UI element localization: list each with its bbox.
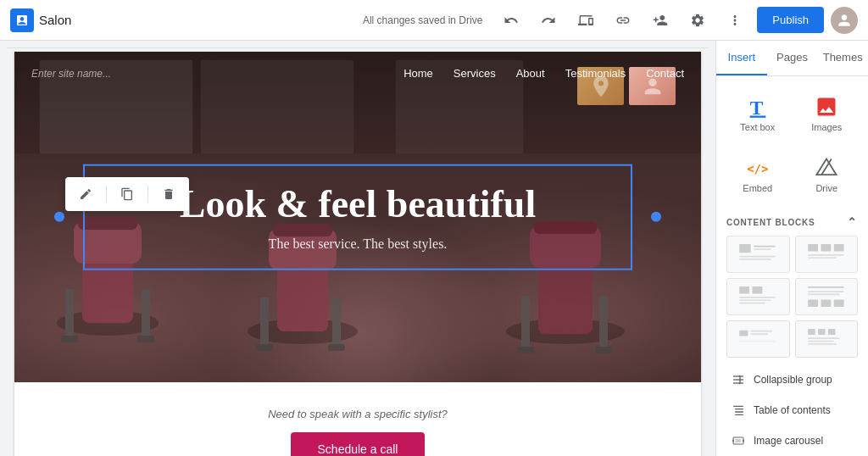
resize-handle-right[interactable] xyxy=(651,212,661,222)
svg-rect-93 xyxy=(733,406,743,407)
svg-rect-94 xyxy=(735,409,743,409)
below-hero-section: Need to speak with a specific stylist? S… xyxy=(14,382,701,456)
tab-pages[interactable]: Pages xyxy=(767,41,818,75)
svg-rect-54 xyxy=(754,246,776,247)
svg-rect-55 xyxy=(754,248,771,250)
svg-rect-72 xyxy=(808,291,844,292)
svg-line-51 xyxy=(821,159,832,175)
nav-about[interactable]: About xyxy=(516,67,545,80)
block-thumb-4[interactable] xyxy=(795,278,859,315)
tab-themes[interactable]: Themes xyxy=(817,41,868,75)
insert-images[interactable]: Images xyxy=(796,86,859,141)
svg-rect-85 xyxy=(827,329,835,335)
svg-rect-25 xyxy=(137,336,154,342)
block-thumb-5[interactable] xyxy=(726,320,790,358)
edit-button[interactable] xyxy=(74,182,97,206)
collapsible-group-label: Collapsible group xyxy=(754,374,832,386)
table-of-contents-label: Table of contents xyxy=(754,404,831,416)
svg-rect-22 xyxy=(65,289,74,340)
link-button[interactable] xyxy=(608,5,638,36)
svg-rect-80 xyxy=(751,333,768,335)
svg-rect-30 xyxy=(260,298,269,348)
duplicate-button[interactable] xyxy=(115,182,139,206)
drive-label: Drive xyxy=(815,183,837,193)
site-preview: Enter site name... Home Services About T… xyxy=(14,52,701,456)
app-title: Salon xyxy=(39,13,71,27)
svg-rect-56 xyxy=(739,256,776,258)
drive-icon xyxy=(815,156,838,180)
svg-rect-53 xyxy=(739,244,751,253)
chevron-up-icon[interactable]: ⌃ xyxy=(847,215,858,229)
insert-embed[interactable]: </> Embed xyxy=(726,147,789,202)
collapsible-group-item[interactable]: Collapsible group xyxy=(726,364,858,395)
nav-contact[interactable]: Contact xyxy=(646,67,684,80)
avatar[interactable] xyxy=(831,7,858,34)
svg-rect-0 xyxy=(7,47,709,48)
svg-rect-38 xyxy=(521,296,530,351)
svg-rect-27 xyxy=(277,264,328,331)
svg-rect-59 xyxy=(808,244,818,252)
svg-text:</>: </> xyxy=(747,162,768,175)
images-label: Images xyxy=(811,122,842,132)
svg-rect-23 xyxy=(142,289,150,340)
svg-rect-87 xyxy=(808,341,834,342)
svg-rect-57 xyxy=(739,259,771,260)
svg-rect-95 xyxy=(735,411,743,412)
svg-rect-79 xyxy=(751,331,773,332)
svg-rect-78 xyxy=(739,331,748,336)
svg-rect-67 xyxy=(739,297,776,298)
svg-rect-98 xyxy=(736,439,742,442)
table-of-contents-icon xyxy=(730,402,747,419)
svg-rect-62 xyxy=(808,254,844,256)
publish-button[interactable]: Publish xyxy=(757,7,824,33)
resize-handle-left[interactable] xyxy=(54,212,64,222)
svg-rect-63 xyxy=(808,257,837,259)
image-carousel-item[interactable]: Image carousel xyxy=(726,425,858,456)
insert-drive[interactable]: Drive xyxy=(796,147,859,202)
svg-text:T: T xyxy=(749,97,763,119)
undo-button[interactable] xyxy=(496,5,526,36)
block-thumb-6[interactable] xyxy=(795,320,859,358)
svg-rect-68 xyxy=(739,299,771,301)
svg-rect-76 xyxy=(833,299,843,307)
toolbar-divider-2 xyxy=(147,186,148,203)
svg-rect-81 xyxy=(739,341,776,342)
right-panel: Insert Pages Themes T xyxy=(715,41,868,456)
block-thumb-2[interactable] xyxy=(795,236,859,273)
nav-home[interactable]: Home xyxy=(403,67,433,80)
svg-rect-71 xyxy=(808,286,844,288)
site-name-placeholder[interactable]: Enter site name... xyxy=(31,68,111,80)
images-icon xyxy=(815,95,838,119)
svg-rect-96 xyxy=(735,414,743,415)
content-blocks-title: CONTENT BLOCKS ⌃ xyxy=(726,215,858,229)
svg-rect-77 xyxy=(737,326,778,353)
image-carousel-label: Image carousel xyxy=(754,435,823,447)
nav-testimonials[interactable]: Testimonials xyxy=(565,67,626,80)
more-button[interactable] xyxy=(720,5,750,36)
svg-rect-73 xyxy=(808,294,839,296)
tab-insert[interactable]: Insert xyxy=(716,41,767,75)
svg-rect-65 xyxy=(739,286,749,294)
svg-rect-41 xyxy=(595,347,612,353)
redo-button[interactable] xyxy=(533,5,564,36)
site-nav-links: Home Services About Testimonials Contact xyxy=(403,67,684,80)
device-view-button[interactable] xyxy=(570,5,601,36)
insert-text-box[interactable]: T Text box xyxy=(726,86,789,141)
canvas-area[interactable]: Enter site name... Home Services About T… xyxy=(0,41,715,456)
cta-button[interactable]: Schedule a call xyxy=(291,432,426,456)
float-toolbar xyxy=(65,177,189,211)
app-logo[interactable]: Salon xyxy=(10,8,71,32)
delete-button[interactable] xyxy=(157,182,181,206)
nav-services[interactable]: Services xyxy=(453,67,496,80)
embed-label: Embed xyxy=(743,183,772,193)
block-thumb-1[interactable] xyxy=(726,236,790,273)
hero-section[interactable]: Enter site name... Home Services About T… xyxy=(14,52,701,382)
hero-subtitle[interactable]: The best service. The best styles. xyxy=(110,236,605,251)
settings-button[interactable] xyxy=(682,5,713,36)
panel-tabs: Insert Pages Themes xyxy=(716,41,868,76)
table-of-contents-item[interactable]: Table of contents xyxy=(726,395,858,425)
share-button[interactable] xyxy=(645,5,676,36)
text-box-icon: T xyxy=(746,95,770,119)
cta-text: Need to speak with a specific stylist? xyxy=(31,408,684,420)
block-thumb-3[interactable] xyxy=(726,278,790,315)
